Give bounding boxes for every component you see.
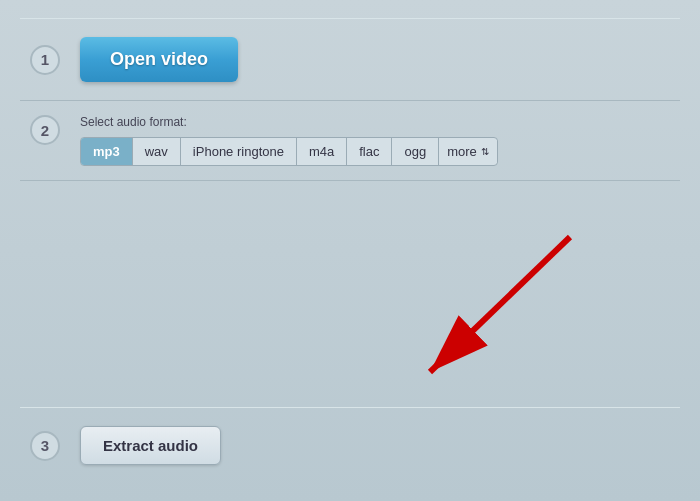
format-label: Select audio format: [80,115,498,129]
step2-number: 2 [30,115,60,145]
step2-row: 2 Select audio format: mp3 wav iPhone ri… [20,101,680,181]
tab-m4a[interactable]: m4a [297,138,347,165]
more-chevron-icon: ⇅ [481,146,489,157]
step3-number: 3 [30,431,60,461]
step1-row: 1 Open video [20,18,680,101]
tab-wav[interactable]: wav [133,138,181,165]
format-tabs: mp3 wav iPhone ringtone m4a flac ogg mor… [80,137,498,166]
red-arrow-icon [380,217,600,397]
step3-row: 3 Extract audio [20,407,680,483]
tab-mp3[interactable]: mp3 [81,138,133,165]
step1-number: 1 [30,45,60,75]
tab-iphone-ringtone[interactable]: iPhone ringtone [181,138,297,165]
arrow-area [20,181,680,407]
step2-content: Select audio format: mp3 wav iPhone ring… [80,115,498,166]
tab-flac[interactable]: flac [347,138,392,165]
svg-line-1 [430,237,570,372]
more-formats-button[interactable]: more ⇅ [439,140,497,163]
main-container: 1 Open video 2 Select audio format: mp3 … [0,0,700,501]
extract-audio-button[interactable]: Extract audio [80,426,221,465]
tab-ogg[interactable]: ogg [392,138,439,165]
more-label: more [447,144,477,159]
open-video-button[interactable]: Open video [80,37,238,82]
